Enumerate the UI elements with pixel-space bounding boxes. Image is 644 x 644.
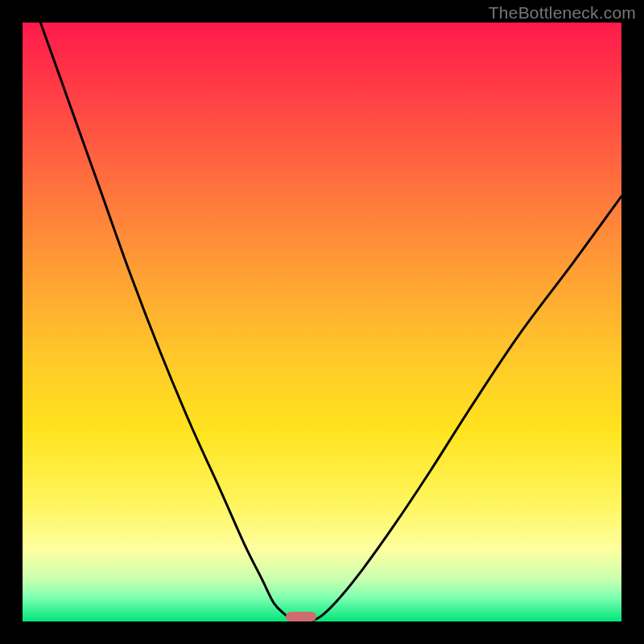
- plot-area: [23, 23, 621, 621]
- chart-frame: TheBottleneck.com: [0, 0, 644, 644]
- watermark-text: TheBottleneck.com: [489, 3, 636, 23]
- bottleneck-curve: [23, 23, 621, 621]
- optimal-marker: [286, 612, 316, 621]
